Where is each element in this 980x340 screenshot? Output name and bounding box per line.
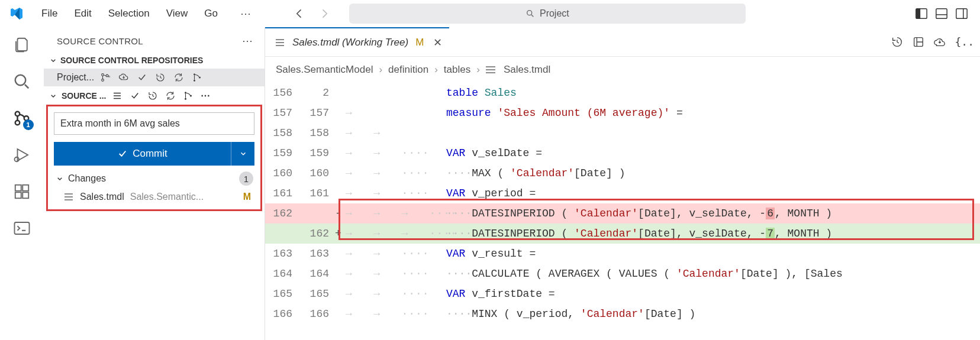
code-line[interactable]: 159159→ → ····VAR v_selDate =	[265, 143, 980, 163]
commit-area-highlight: Commit Changes 1 Sales.tmdl Sales.Semant…	[46, 105, 262, 211]
svg-point-7	[15, 75, 25, 86]
vscode-logo-icon	[9, 7, 24, 21]
nav-forward-icon[interactable]	[317, 7, 331, 21]
code-line[interactable]: 157157→ measure 'Sales Amount (6M averag…	[265, 103, 980, 123]
breadcrumb-part-2[interactable]: tables	[444, 64, 470, 76]
branch-icon[interactable]: n	[100, 72, 111, 83]
menubar: File Edit Selection View Go ⋯ Project	[0, 0, 980, 27]
list-icon[interactable]	[112, 90, 122, 101]
code-line[interactable]: 162+→ → → ········DATESINPERIOD ( 'Calen…	[265, 224, 980, 244]
svg-rect-12	[15, 185, 21, 191]
commit-button[interactable]: Commit	[54, 142, 231, 166]
repo-actions: n	[100, 72, 202, 83]
activity-bar: 1	[0, 27, 44, 340]
timeline-icon[interactable]	[891, 35, 904, 48]
refresh-icon[interactable]	[173, 72, 184, 83]
changed-file-path: Sales.Semantic...	[130, 192, 240, 202]
sidebar-title: SOURCE CONTROL	[57, 36, 238, 46]
graph-icon[interactable]	[192, 72, 202, 83]
breadcrumb[interactable]: Sales.SemanticModel› definition› tables›…	[265, 57, 980, 83]
menu-go[interactable]: Go	[196, 4, 226, 23]
commit-button-label: Commit	[133, 148, 167, 160]
svg-point-8	[15, 112, 20, 116]
changes-section[interactable]: Changes 1	[54, 166, 254, 189]
menu-edit[interactable]: Edit	[66, 4, 99, 23]
menu-view[interactable]: View	[158, 4, 196, 23]
repos-section-header[interactable]: SOURCE CONTROL REPOSITORIES	[44, 52, 265, 69]
tab-label: Sales.tmdl (Working Tree)	[292, 37, 408, 48]
svg-point-24	[185, 92, 186, 93]
editor-tab[interactable]: Sales.tmdl (Working Tree) M ✕	[265, 27, 449, 56]
activity-terminal[interactable]	[11, 218, 33, 239]
history-icon[interactable]	[155, 72, 166, 83]
code-line[interactable]: 164164→ → ········CALCULATE ( AVERAGEX (…	[265, 264, 980, 284]
breadcrumb-leaf[interactable]: Sales.tmdl	[486, 64, 550, 76]
svg-rect-14	[22, 192, 28, 198]
changes-label: Changes	[68, 173, 236, 184]
activity-scm[interactable]: 1	[11, 108, 33, 129]
menu-file[interactable]: File	[33, 4, 66, 23]
graph2-icon[interactable]	[183, 90, 194, 101]
commit-message-input[interactable]	[54, 112, 254, 135]
activity-search[interactable]	[11, 71, 33, 92]
check-all-icon[interactable]	[130, 90, 140, 101]
changed-file-row[interactable]: Sales.tmdl Sales.Semantic... M	[54, 189, 254, 205]
tab-close-icon[interactable]: ✕	[433, 36, 442, 49]
sidebar-title-row: SOURCE CONTROL ⋯	[44, 30, 265, 52]
source-section-header[interactable]: SOURCE ... ⋯	[44, 86, 265, 105]
history2-icon[interactable]	[147, 90, 158, 101]
commit-dropdown[interactable]	[231, 142, 254, 166]
scm-badge: 1	[23, 119, 34, 130]
layout-bottom-icon[interactable]	[935, 7, 948, 20]
menu-overflow-icon[interactable]: ⋯	[234, 4, 257, 24]
svg-point-18	[102, 79, 104, 82]
svg-point-21	[194, 73, 195, 75]
check-icon[interactable]	[137, 72, 147, 83]
tab-status: M	[415, 37, 424, 48]
repo-name: Project...	[57, 72, 94, 83]
code-line[interactable]: 165165→ → ····VAR v_firstDate =	[265, 284, 980, 304]
source-more-icon[interactable]: ⋯	[201, 90, 210, 101]
file-lines-icon	[65, 196, 73, 197]
code-line[interactable]: 162-→ → → ········DATESINPERIOD ( 'Calen…	[265, 203, 980, 224]
menu-selection[interactable]: Selection	[100, 4, 158, 23]
code-line[interactable]: 163163→ → ····VAR v_result =	[265, 244, 980, 264]
sidebar-more-icon[interactable]: ⋯	[238, 34, 256, 47]
breadcrumb-part-1[interactable]: definition	[388, 64, 428, 76]
changed-file-status: M	[243, 192, 253, 202]
activity-run-debug[interactable]	[11, 144, 33, 166]
command-center-search[interactable]: Project	[349, 4, 746, 24]
activity-explorer[interactable]	[11, 34, 33, 56]
svg-rect-16	[14, 222, 29, 234]
nav-back-icon[interactable]	[292, 7, 307, 21]
svg-point-17	[102, 74, 104, 76]
cloud-icon[interactable]	[933, 35, 946, 48]
cloud-sync-icon[interactable]	[118, 72, 129, 83]
code-line[interactable]: 158158→ →	[265, 123, 980, 143]
svg-point-25	[185, 98, 186, 99]
code-line[interactable]: 166166→ → ········MINX ( v_period, 'Cale…	[265, 304, 980, 324]
svg-point-9	[15, 121, 20, 125]
changed-file-name: Sales.tmdl	[80, 192, 124, 202]
svg-rect-2	[916, 9, 920, 19]
layout-left-icon[interactable]	[915, 7, 928, 20]
repo-row[interactable]: Project... n	[44, 69, 265, 86]
editor-braces-icon[interactable]: {..	[955, 35, 974, 48]
code-line[interactable]: 160160→ → ········MAX ( 'Calendar'[Date]…	[265, 163, 980, 183]
breadcrumb-part-0[interactable]: Sales.SemanticModel	[276, 64, 373, 76]
tab-file-icon	[276, 42, 284, 43]
repos-section-label: SOURCE CONTROL REPOSITORIES	[60, 56, 203, 65]
svg-rect-3	[936, 9, 947, 19]
svg-point-0	[527, 11, 532, 15]
open-changes-icon[interactable]	[912, 35, 925, 48]
svg-text:n: n	[108, 75, 110, 78]
svg-rect-15	[22, 185, 28, 191]
svg-point-22	[194, 80, 195, 82]
diff-editor[interactable]: 1562table Sales157157→ measure 'Sales Am…	[265, 83, 980, 324]
svg-point-11	[14, 157, 19, 162]
layout-right-icon[interactable]	[955, 7, 968, 20]
refresh2-icon[interactable]	[165, 90, 176, 101]
code-line[interactable]: 161161→ → ····VAR v_period =	[265, 183, 980, 203]
activity-extensions[interactable]	[11, 181, 33, 202]
code-line[interactable]: 1562table Sales	[265, 83, 980, 103]
